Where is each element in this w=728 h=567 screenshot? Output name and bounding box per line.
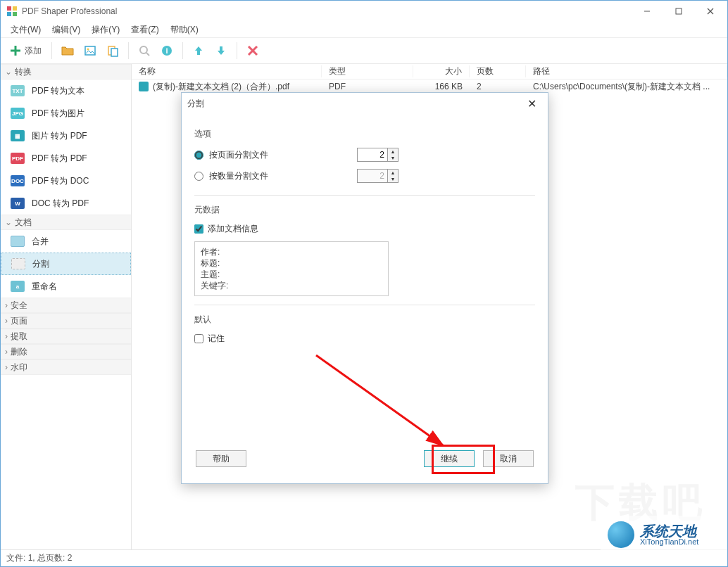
pdf-file-icon bbox=[139, 82, 149, 91]
separator bbox=[237, 42, 237, 59]
info-button[interactable]: i bbox=[157, 41, 177, 60]
sidebar: ⌄转换 TXTPDF 转为文本 JPGPDF 转为图片 ▦图片 转为 PDF P… bbox=[1, 64, 132, 549]
by-page-value[interactable] bbox=[357, 148, 388, 162]
sidebar-section-document[interactable]: ⌄文档 bbox=[1, 215, 131, 230]
chevron-right-icon: › bbox=[5, 362, 8, 372]
svg-line-15 bbox=[146, 53, 149, 56]
add-label: 添加 bbox=[25, 45, 42, 57]
col-type[interactable]: 类型 bbox=[322, 65, 413, 77]
list-row[interactable]: (复制)-新建文本文档 (2)（合并）.pdf PDF 166 KB 2 C:\… bbox=[132, 79, 727, 94]
spin-up-icon[interactable]: ▲ bbox=[388, 148, 398, 155]
paste-button[interactable] bbox=[103, 41, 123, 60]
menu-help[interactable]: 帮助(X) bbox=[165, 23, 204, 37]
check-add-meta[interactable] bbox=[194, 224, 203, 234]
txt-icon: TXT bbox=[11, 85, 25, 96]
image-icon bbox=[84, 44, 96, 57]
add-button[interactable]: 添加 bbox=[5, 41, 46, 60]
check-add-meta-label: 添加文档信息 bbox=[208, 223, 258, 235]
image-button[interactable] bbox=[80, 41, 100, 60]
toolbar: 添加 i bbox=[1, 37, 727, 64]
menu-view[interactable]: 查看(Z) bbox=[125, 23, 164, 37]
down-button[interactable] bbox=[211, 41, 231, 60]
file-type: PDF bbox=[322, 82, 413, 91]
file-path: C:\Users\pc\Documents\(复制)-新建文本文档 ... bbox=[526, 81, 727, 93]
sidebar-section-convert[interactable]: ⌄转换 bbox=[1, 64, 131, 79]
radio-by-count[interactable] bbox=[194, 172, 203, 181]
sidebar-item-pdf-to-doc[interactable]: DOCPDF 转为 DOC bbox=[1, 170, 131, 192]
meta-subject: 主题: bbox=[201, 269, 382, 280]
menu-file[interactable]: 文件(W) bbox=[5, 23, 46, 37]
dialog-titlebar: 分割 ✕ bbox=[182, 93, 548, 114]
watermark-cn: 系统天地 bbox=[640, 524, 698, 538]
dialog-title: 分割 bbox=[187, 98, 204, 110]
sidebar-section-security[interactable]: ›安全 bbox=[1, 298, 131, 313]
col-path[interactable]: 路径 bbox=[526, 65, 727, 77]
dialog-close-button[interactable]: ✕ bbox=[521, 94, 542, 113]
metadata-label: 元数据 bbox=[194, 204, 535, 216]
split-icon bbox=[11, 258, 25, 269]
menubar: 文件(W) 编辑(V) 操作(Y) 查看(Z) 帮助(X) bbox=[1, 22, 727, 37]
svg-point-11 bbox=[87, 49, 89, 51]
separator bbox=[182, 42, 183, 59]
app-logo-icon bbox=[6, 6, 18, 17]
options-label: 选项 bbox=[194, 128, 535, 140]
by-count-value[interactable] bbox=[357, 169, 388, 183]
pdf-icon: PDF bbox=[11, 153, 25, 164]
sidebar-section-delete[interactable]: ›删除 bbox=[1, 344, 131, 359]
help-button[interactable]: 帮助 bbox=[196, 450, 246, 467]
spin-down-icon[interactable]: ▼ bbox=[388, 155, 398, 161]
svg-rect-2 bbox=[7, 12, 11, 16]
status-text: 文件: 1, 总页数: 2 bbox=[6, 552, 72, 564]
sidebar-section-extract[interactable]: ›提取 bbox=[1, 329, 131, 344]
up-button[interactable] bbox=[189, 41, 208, 60]
radio-by-page-label: 按页面分割文件 bbox=[209, 149, 268, 161]
list-header: 名称 类型 大小 页数 路径 bbox=[132, 64, 727, 79]
metadata-box[interactable]: 作者: 标题: 主题: 关键字: bbox=[194, 241, 389, 296]
delete-button[interactable] bbox=[243, 41, 263, 60]
arrow-down-icon bbox=[215, 44, 227, 57]
img-icon: ▦ bbox=[11, 130, 25, 141]
window-title: PDF Shaper Professional bbox=[22, 6, 631, 16]
radio-by-page[interactable] bbox=[194, 151, 203, 160]
sidebar-item-merge[interactable]: 合并 bbox=[1, 230, 131, 253]
sidebar-item-split[interactable]: 分割 bbox=[1, 253, 131, 275]
sidebar-item-pdf-to-image[interactable]: JPGPDF 转为图片 bbox=[1, 102, 131, 125]
chevron-right-icon: › bbox=[5, 316, 8, 326]
search-icon bbox=[138, 44, 151, 57]
menu-edit[interactable]: 编辑(V) bbox=[46, 23, 86, 37]
sidebar-item-pdf-to-pdf[interactable]: PDFPDF 转为 PDF bbox=[1, 147, 131, 170]
chevron-down-icon: ⌄ bbox=[5, 67, 12, 77]
col-size[interactable]: 大小 bbox=[413, 65, 470, 77]
sidebar-section-watermark[interactable]: ›水印 bbox=[1, 359, 131, 375]
menu-action[interactable]: 操作(Y) bbox=[86, 23, 125, 37]
check-remember[interactable] bbox=[194, 334, 203, 343]
file-name: (复制)-新建文本文档 (2)（合并）.pdf bbox=[153, 81, 289, 93]
sidebar-item-doc-to-pdf[interactable]: WDOC 转为 PDF bbox=[1, 192, 131, 215]
svg-rect-13 bbox=[111, 49, 118, 56]
svg-rect-3 bbox=[13, 12, 17, 16]
rename-icon: a bbox=[11, 281, 25, 292]
globe-icon bbox=[608, 521, 634, 548]
spin-down-icon[interactable]: ▼ bbox=[388, 176, 398, 182]
col-pages[interactable]: 页数 bbox=[470, 65, 526, 77]
spin-up-icon[interactable]: ▲ bbox=[388, 170, 398, 176]
meta-title: 标题: bbox=[201, 257, 382, 269]
sidebar-section-page[interactable]: ›页面 bbox=[1, 313, 131, 329]
close-button[interactable] bbox=[694, 1, 726, 22]
maximize-button[interactable] bbox=[663, 1, 694, 22]
sidebar-item-image-to-pdf[interactable]: ▦图片 转为 PDF bbox=[1, 125, 131, 147]
folder-button[interactable] bbox=[58, 41, 77, 60]
meta-author: 作者: bbox=[201, 246, 382, 257]
minimize-button[interactable] bbox=[631, 1, 663, 22]
search-button[interactable] bbox=[134, 41, 154, 60]
cancel-button[interactable]: 取消 bbox=[483, 450, 534, 467]
file-size: 166 KB bbox=[413, 82, 470, 91]
sidebar-item-pdf-to-text[interactable]: TXTPDF 转为文本 bbox=[1, 79, 131, 102]
sidebar-item-rename[interactable]: a重命名 bbox=[1, 275, 131, 298]
chevron-right-icon: › bbox=[5, 347, 8, 357]
col-name[interactable]: 名称 bbox=[132, 65, 322, 77]
chevron-down-icon: ⌄ bbox=[5, 217, 12, 227]
folder-icon bbox=[61, 44, 75, 57]
continue-button[interactable]: 继续 bbox=[424, 450, 475, 467]
svg-text:i: i bbox=[165, 46, 168, 55]
